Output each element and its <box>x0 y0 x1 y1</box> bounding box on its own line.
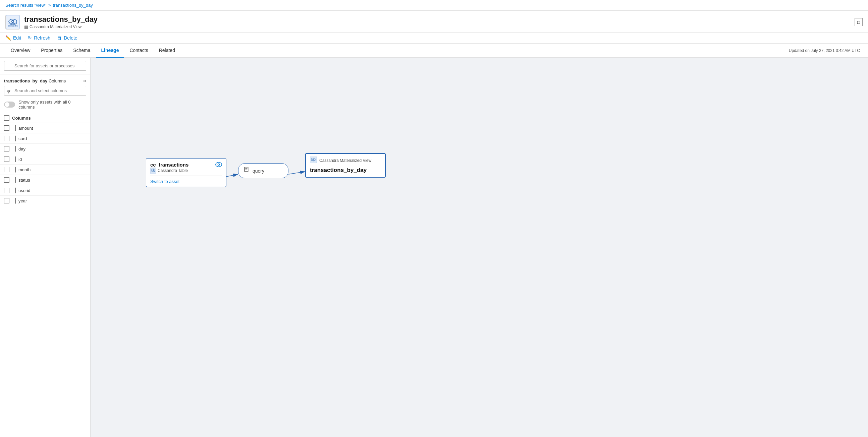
column-checkbox-day[interactable] <box>4 146 9 152</box>
source-node-header: cc_transactions <box>146 159 226 176</box>
lineage-arrows <box>91 58 868 437</box>
toggle-label: Show only assets with all 0 columns <box>19 100 86 109</box>
edit-button[interactable]: ✏️ Edit <box>5 35 21 40</box>
column-label-month: month <box>19 167 31 172</box>
column-checkbox-status[interactable] <box>4 177 9 182</box>
process-doc-icon <box>244 167 250 175</box>
toggle-switch[interactable] <box>4 102 15 108</box>
column-item-status: ▕ status <box>0 175 90 185</box>
column-type-icon-card: ▕ <box>12 136 16 141</box>
column-item-year: ▕ year <box>0 195 90 206</box>
column-search-wrapper: ⧩ <box>0 86 90 98</box>
column-type-icon-year: ▕ <box>12 198 16 203</box>
source-node-eye-button[interactable] <box>215 162 222 169</box>
maximize-button[interactable]: □ <box>855 18 863 26</box>
refresh-button[interactable]: ↻ Refresh <box>28 35 50 40</box>
columns-header-label: Columns <box>12 115 31 121</box>
target-cassandra-icon <box>310 157 317 164</box>
updated-label: Updated on July 27, 2021 3:42 AM UTC <box>789 48 863 53</box>
column-checkbox-card[interactable] <box>4 136 9 141</box>
column-checkbox-amount[interactable] <box>4 125 9 131</box>
svg-point-21 <box>313 159 314 160</box>
column-checkbox-userid[interactable] <box>4 188 9 193</box>
delete-button[interactable]: 🗑 Delete <box>57 35 77 40</box>
columns-select-all-checkbox[interactable] <box>4 115 9 121</box>
column-type-icon-day: ▕ <box>12 146 16 152</box>
process-node: query <box>238 163 288 178</box>
column-label-status: status <box>19 178 30 182</box>
asset-header: cassandra transactions_by_day ▦ Cassandr… <box>0 11 868 33</box>
table-icon: ▦ <box>24 25 28 30</box>
breadcrumb-separator: > <box>48 3 51 8</box>
refresh-icon: ↻ <box>28 35 32 40</box>
column-type-icon-month: ▕ <box>12 167 16 172</box>
tab-contacts[interactable]: Contacts <box>124 43 153 58</box>
column-type-icon-amount: ▕ <box>12 125 16 131</box>
svg-point-2 <box>12 21 13 22</box>
delete-icon: 🗑 <box>57 35 62 40</box>
column-item-id: ▕ id <box>0 154 90 164</box>
column-label-year: year <box>19 198 27 203</box>
column-label-id: id <box>19 157 22 162</box>
cassandra-logo-icon: cassandra <box>6 15 20 29</box>
svg-line-6 <box>288 172 305 174</box>
breadcrumb-current: transactions_by_day <box>53 3 93 8</box>
svg-point-13 <box>218 164 219 165</box>
left-panel: 🔍 transactions_by_day Columns « ⧩ Show o… <box>0 58 91 437</box>
toolbar: ✏️ Edit ↻ Refresh 🗑 Delete <box>0 33 868 43</box>
column-label-userid: userid <box>19 188 30 193</box>
asset-search-bar: 🔍 <box>0 58 90 74</box>
svg-point-10 <box>153 170 154 170</box>
source-node-subtitle: Cassandra Table <box>150 168 188 174</box>
canvas-area: cc_transactions <box>91 58 868 437</box>
switch-to-asset-button[interactable]: Switch to asset <box>150 179 180 184</box>
process-node-label: query <box>253 168 264 174</box>
column-label-amount: amount <box>19 126 33 131</box>
column-type-icon-id: ▕ <box>12 157 16 162</box>
column-checkbox-year[interactable] <box>4 198 9 203</box>
column-label-day: day <box>19 146 26 152</box>
target-node: Cassandra Materialized View transactions… <box>305 153 386 178</box>
column-item-day: ▕ day <box>0 143 90 154</box>
toggle-thumb <box>5 102 9 107</box>
filter-icon: ⧩ <box>7 90 10 95</box>
edit-icon: ✏️ <box>5 35 11 40</box>
source-node-footer: Switch to asset <box>146 176 226 187</box>
column-type-icon-status: ▕ <box>12 177 16 182</box>
columns-list: ▕ amount ▕ card ▕ day ▕ id ▕ month <box>0 123 90 206</box>
asset-search-input[interactable] <box>4 61 86 71</box>
source-node-title: cc_transactions <box>150 162 188 168</box>
svg-line-5 <box>226 174 238 177</box>
toggle-row: Show only assets with all 0 columns <box>0 98 90 113</box>
panel-title: transactions_by_day Columns <box>4 78 66 83</box>
target-node-name: transactions_by_day <box>306 166 385 177</box>
column-search-input[interactable] <box>4 86 86 96</box>
tab-properties[interactable]: Properties <box>36 43 68 58</box>
main-layout: 🔍 transactions_by_day Columns « ⧩ Show o… <box>0 58 868 437</box>
source-cassandra-icon <box>150 168 156 174</box>
tab-lineage[interactable]: Lineage <box>96 43 124 58</box>
svg-text:cassandra: cassandra <box>8 25 18 27</box>
panel-header: transactions_by_day Columns « <box>0 74 90 86</box>
tab-schema[interactable]: Schema <box>68 43 96 58</box>
column-checkbox-id[interactable] <box>4 157 9 162</box>
tab-overview[interactable]: Overview <box>5 43 36 58</box>
target-type-label: Cassandra Materialized View <box>319 158 371 163</box>
breadcrumb: Search results "view" > transactions_by_… <box>0 0 868 11</box>
column-label-card: card <box>19 136 27 141</box>
column-item-month: ▕ month <box>0 164 90 175</box>
breadcrumb-search-link[interactable]: Search results "view" <box>5 3 46 8</box>
column-item-card: ▕ card <box>0 133 90 143</box>
asset-logo: cassandra <box>5 15 20 30</box>
source-node: cc_transactions <box>146 158 226 187</box>
column-type-icon-userid: ▕ <box>12 188 16 193</box>
column-item-amount: ▕ amount <box>0 123 90 133</box>
asset-title: transactions_by_day <box>24 15 98 24</box>
column-checkbox-month[interactable] <box>4 167 9 172</box>
tab-related[interactable]: Related <box>154 43 181 58</box>
target-node-header: Cassandra Materialized View <box>306 154 385 166</box>
columns-header: Columns <box>0 113 90 123</box>
panel-collapse-button[interactable]: « <box>83 78 86 84</box>
column-item-userid: ▕ userid <box>0 185 90 195</box>
tabs-bar: Overview Properties Schema Lineage Conta… <box>0 43 868 58</box>
